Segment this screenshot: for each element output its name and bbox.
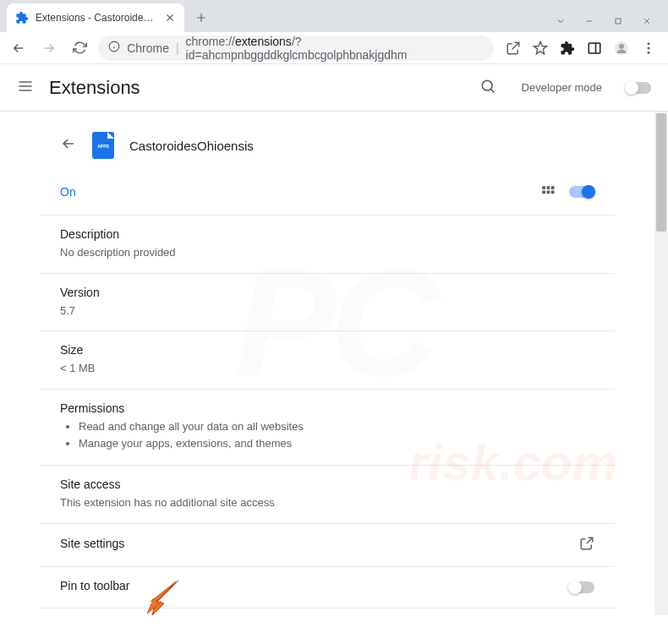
- back-button[interactable]: [7, 36, 30, 60]
- size-section: Size < 1 MB: [40, 330, 615, 389]
- svg-rect-2: [589, 43, 600, 53]
- extension-icon: [15, 11, 29, 25]
- chevron-down-icon[interactable]: [555, 15, 567, 27]
- site-access-section: Site access This extension has no additi…: [40, 465, 615, 523]
- extension-app-icon: [92, 132, 114, 159]
- back-icon[interactable]: [60, 135, 77, 156]
- reload-button[interactable]: [68, 36, 91, 60]
- svg-rect-14: [551, 191, 555, 194]
- extensions-icon[interactable]: [560, 41, 575, 56]
- page-header: Extensions Developer mode: [0, 64, 668, 112]
- permission-item: Manage your apps, extensions, and themes: [79, 435, 594, 453]
- profile-icon[interactable]: [614, 41, 629, 56]
- forward-button[interactable]: [37, 36, 61, 60]
- site-info-icon[interactable]: [108, 41, 120, 55]
- minimize-button[interactable]: [583, 15, 595, 27]
- version-section: Version 5.7: [40, 273, 615, 331]
- new-tab-button[interactable]: [189, 6, 213, 30]
- pin-toolbar-row: Pin to toolbar: [40, 566, 615, 608]
- developer-mode-label: Developer mode: [522, 81, 602, 94]
- developer-mode-toggle[interactable]: [626, 82, 651, 94]
- browser-tab[interactable]: Extensions - CastoroidesOhioen: [7, 3, 184, 32]
- menu-icon[interactable]: [641, 41, 656, 56]
- svg-rect-13: [547, 191, 550, 194]
- hamburger-icon[interactable]: [17, 78, 34, 98]
- scrollbar[interactable]: [654, 112, 668, 615]
- close-window-button[interactable]: [641, 15, 653, 27]
- svg-rect-9: [542, 186, 545, 189]
- share-icon[interactable]: [506, 41, 521, 56]
- pin-toggle[interactable]: [569, 581, 594, 593]
- svg-point-5: [648, 42, 650, 45]
- incognito-row: Allow in Incognito Warning: Google Chrom…: [40, 608, 615, 615]
- site-settings-row[interactable]: Site settings: [40, 523, 615, 566]
- tab-title: Extensions - CastoroidesOhioen: [36, 12, 157, 24]
- browser-tabbar: Extensions - CastoroidesOhioen: [0, 0, 668, 32]
- browser-toolbar: Chrome | chrome://extensions/?id=ahcmpnb…: [0, 32, 668, 64]
- url-scheme-label: Chrome: [127, 41, 169, 55]
- extension-name: CastoroidesOhioensis: [129, 139, 254, 153]
- svg-rect-0: [616, 19, 621, 24]
- bookmark-icon[interactable]: [533, 41, 548, 56]
- page-title: Extensions: [49, 77, 140, 99]
- status-label: On: [60, 185, 76, 199]
- svg-point-4: [619, 43, 624, 48]
- apps-grid-icon[interactable]: [540, 184, 556, 199]
- open-external-icon[interactable]: [579, 536, 594, 554]
- permissions-section: Permissions Read and change all your dat…: [40, 389, 615, 466]
- maximize-button[interactable]: [612, 15, 624, 27]
- svg-rect-11: [551, 186, 555, 189]
- close-icon[interactable]: [164, 12, 176, 24]
- svg-point-8: [482, 80, 492, 90]
- search-icon[interactable]: [479, 78, 496, 98]
- permission-item: Read and change all your data on all web…: [79, 418, 594, 436]
- enable-toggle[interactable]: [569, 186, 594, 198]
- extension-details: CastoroidesOhioensis On Description No d…: [0, 112, 654, 615]
- svg-rect-12: [542, 191, 545, 194]
- svg-point-7: [648, 51, 650, 53]
- svg-rect-10: [547, 186, 550, 189]
- svg-point-6: [648, 46, 650, 49]
- address-bar[interactable]: Chrome | chrome://extensions/?id=ahcmpnb…: [98, 35, 494, 61]
- sidepanel-icon[interactable]: [587, 41, 602, 56]
- description-section: Description No description provided: [40, 215, 615, 273]
